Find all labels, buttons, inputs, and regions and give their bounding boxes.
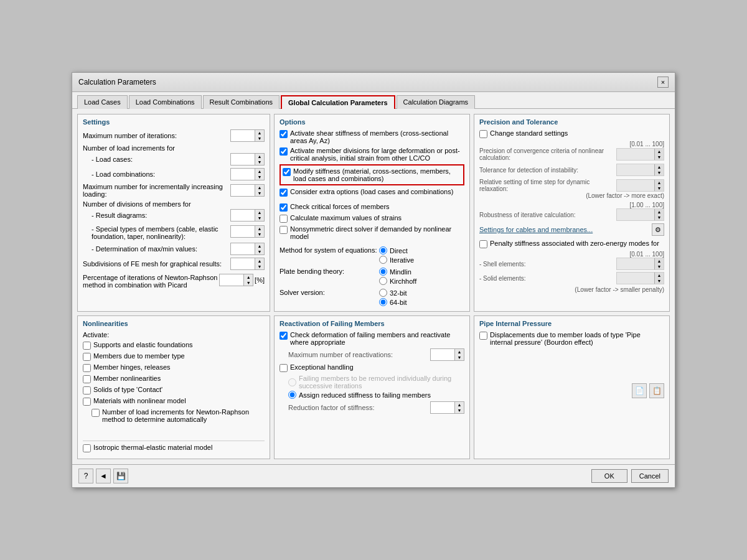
subdivisions-value[interactable]: 3 bbox=[231, 259, 255, 268]
penalty-checkbox[interactable] bbox=[479, 240, 487, 248]
max-min-value[interactable]: 10 bbox=[231, 245, 255, 253]
convergence-input[interactable]: ▲ ▼ bbox=[616, 148, 664, 161]
max-reactivations-up[interactable]: ▲ bbox=[455, 349, 464, 355]
tab-load-combinations[interactable]: Load Combinations bbox=[129, 95, 202, 109]
pipe-icon-btn-1[interactable]: 📄 bbox=[632, 383, 647, 398]
help-button[interactable]: ? bbox=[78, 469, 93, 483]
failing-remove-radio[interactable] bbox=[288, 378, 296, 386]
solid-down[interactable]: ▼ bbox=[655, 278, 664, 284]
convergence-up[interactable]: ▲ bbox=[655, 149, 664, 154]
tolerance-up[interactable]: ▲ bbox=[655, 164, 664, 170]
materials-checkbox[interactable] bbox=[83, 398, 91, 406]
load-cases-input[interactable]: 1 ▲ ▼ bbox=[230, 153, 265, 166]
max-reactivations-down[interactable]: ▼ bbox=[455, 355, 464, 360]
reduction-up[interactable]: ▲ bbox=[455, 402, 464, 408]
max-iterations-up[interactable]: ▲ bbox=[255, 130, 264, 136]
calc-max-strains-checkbox[interactable] bbox=[280, 215, 288, 223]
newton-down[interactable]: ▼ bbox=[244, 280, 253, 286]
subdivisions-input[interactable]: 3 ▲ ▼ bbox=[230, 258, 265, 270]
isotropic-checkbox[interactable] bbox=[83, 444, 91, 452]
pipe-icon-btn-2[interactable]: 📋 bbox=[649, 383, 664, 398]
change-standard-checkbox[interactable] bbox=[479, 130, 487, 138]
tolerance-input[interactable]: ▲ ▼ bbox=[616, 164, 664, 176]
kirchhoff-radio[interactable] bbox=[379, 277, 387, 285]
tab-global-calc-params[interactable]: Global Calculation Parameters bbox=[281, 95, 395, 109]
special-types-up[interactable]: ▲ bbox=[255, 226, 264, 231]
solid-value[interactable] bbox=[617, 274, 654, 282]
robustness-up[interactable]: ▲ bbox=[655, 209, 664, 215]
load-combinations-up[interactable]: ▲ bbox=[255, 169, 264, 174]
prev-button[interactable]: ◄ bbox=[96, 469, 111, 483]
tab-calc-diagrams[interactable]: Calculation Diagrams bbox=[397, 95, 476, 109]
load-cases-up[interactable]: ▲ bbox=[255, 154, 264, 159]
solids-checkbox[interactable] bbox=[83, 386, 91, 394]
solid-input[interactable]: ▲ ▼ bbox=[616, 272, 664, 284]
max-incremental-value[interactable]: 1000 bbox=[231, 186, 255, 195]
bit64-radio[interactable] bbox=[379, 298, 387, 306]
result-diagrams-down[interactable]: ▼ bbox=[255, 215, 264, 221]
convergence-down[interactable]: ▼ bbox=[655, 154, 664, 160]
relative-up[interactable]: ▲ bbox=[655, 180, 664, 185]
result-diagrams-up[interactable]: ▲ bbox=[255, 210, 264, 215]
max-incremental-input[interactable]: 1000 ▲ ▼ bbox=[230, 184, 265, 197]
direct-radio[interactable] bbox=[379, 246, 387, 254]
member-nonlin-checkbox[interactable] bbox=[83, 375, 91, 383]
load-combinations-input[interactable]: 1 ▲ ▼ bbox=[230, 168, 265, 180]
close-button[interactable]: × bbox=[657, 77, 669, 88]
assign-reduced-radio[interactable] bbox=[288, 391, 296, 399]
load-cases-value[interactable]: 1 bbox=[231, 155, 255, 164]
supports-checkbox[interactable] bbox=[83, 342, 91, 350]
save-button[interactable]: 💾 bbox=[113, 469, 128, 483]
load-cases-down[interactable]: ▼ bbox=[255, 159, 264, 165]
relative-down[interactable]: ▼ bbox=[655, 185, 664, 191]
check-deformation-checkbox[interactable] bbox=[280, 332, 288, 340]
max-min-up[interactable]: ▲ bbox=[255, 243, 264, 249]
tab-result-combinations[interactable]: Result Combinations bbox=[203, 95, 280, 109]
max-iterations-spinners[interactable]: ▲ ▼ bbox=[255, 130, 264, 141]
robustness-input[interactable]: ▲ ▼ bbox=[616, 208, 664, 221]
shell-down[interactable]: ▼ bbox=[655, 264, 664, 269]
max-incremental-down[interactable]: ▼ bbox=[255, 190, 264, 196]
max-min-input[interactable]: 10 ▲ ▼ bbox=[230, 243, 265, 255]
shell-input[interactable]: ▲ ▼ bbox=[616, 258, 664, 270]
newton-up[interactable]: ▲ bbox=[244, 274, 253, 280]
tolerance-value[interactable] bbox=[617, 166, 654, 174]
robustness-down[interactable]: ▼ bbox=[655, 215, 664, 220]
load-combinations-down[interactable]: ▼ bbox=[255, 174, 264, 180]
relative-value[interactable] bbox=[617, 181, 654, 190]
special-types-value[interactable]: 10 bbox=[231, 227, 255, 236]
result-diagrams-input[interactable]: 10 ▲ ▼ bbox=[230, 209, 265, 222]
max-reactivations-value[interactable]: 3 bbox=[431, 350, 454, 359]
max-reactivations-input[interactable]: 3 ▲ ▼ bbox=[430, 348, 464, 361]
check-critical-checkbox[interactable] bbox=[280, 203, 288, 212]
max-iterations-down[interactable]: ▼ bbox=[255, 136, 264, 141]
cancel-button[interactable]: Cancel bbox=[631, 469, 669, 483]
members-type-checkbox[interactable] bbox=[83, 353, 91, 361]
mindlin-radio[interactable] bbox=[379, 268, 387, 276]
reduction-down[interactable]: ▼ bbox=[455, 408, 464, 413]
hinges-checkbox[interactable] bbox=[83, 364, 91, 372]
bit32-radio[interactable] bbox=[379, 289, 387, 297]
relative-input[interactable]: ▲ ▼ bbox=[616, 179, 664, 192]
max-iterations-value[interactable]: 100 bbox=[231, 131, 255, 140]
tolerance-down[interactable]: ▼ bbox=[655, 170, 664, 175]
iterative-radio[interactable] bbox=[379, 256, 387, 264]
reduction-input[interactable]: 1000 ▲ ▼ bbox=[430, 401, 464, 414]
newton-input[interactable]: 5 ▲ ▼ bbox=[219, 274, 253, 286]
max-incremental-up[interactable]: ▲ bbox=[255, 185, 264, 190]
result-diagrams-value[interactable]: 10 bbox=[231, 211, 255, 220]
convergence-value[interactable] bbox=[617, 150, 654, 159]
special-types-input[interactable]: 10 ▲ ▼ bbox=[230, 225, 265, 238]
subdivisions-down[interactable]: ▼ bbox=[255, 264, 264, 269]
load-combinations-value[interactable]: 1 bbox=[231, 170, 255, 179]
newton-value[interactable]: 5 bbox=[220, 276, 243, 284]
robustness-value[interactable] bbox=[617, 210, 654, 219]
nonsymmetric-checkbox[interactable] bbox=[280, 226, 288, 234]
modify-stiffness-checkbox[interactable] bbox=[283, 168, 291, 176]
max-iterations-input[interactable]: 100 ▲ ▼ bbox=[230, 129, 265, 142]
shell-up[interactable]: ▲ bbox=[655, 258, 664, 264]
displacements-checkbox[interactable] bbox=[479, 332, 487, 340]
reduction-value[interactable]: 1000 bbox=[431, 403, 454, 412]
newton-auto-checkbox[interactable] bbox=[92, 409, 100, 417]
tab-load-cases[interactable]: Load Cases bbox=[77, 95, 128, 109]
